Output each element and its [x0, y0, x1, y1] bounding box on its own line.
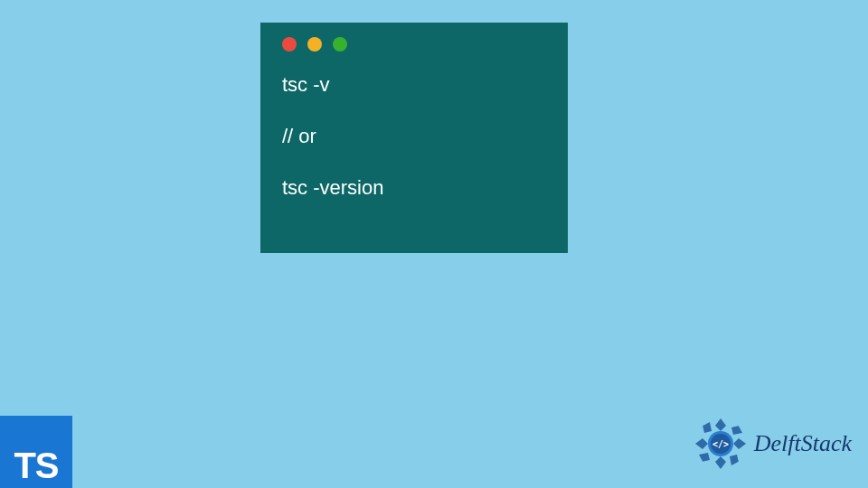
- delftstack-logo-icon: </>: [693, 416, 749, 472]
- close-icon: [282, 37, 297, 52]
- code-line: tsc -v: [282, 71, 550, 99]
- svg-text:</>: </>: [712, 439, 729, 449]
- typescript-badge: TS: [0, 416, 72, 488]
- maximize-icon: [333, 37, 347, 52]
- code-line: // or: [282, 123, 550, 151]
- typescript-label: TS: [14, 446, 58, 486]
- brand-name: DelftStack: [754, 430, 852, 457]
- code-line: tsc -version: [282, 174, 550, 202]
- minimize-icon: [307, 37, 322, 52]
- window-controls: [282, 37, 550, 52]
- brand-container: </> DelftStack: [693, 416, 852, 472]
- terminal-window: tsc -v // or tsc -version: [260, 23, 568, 253]
